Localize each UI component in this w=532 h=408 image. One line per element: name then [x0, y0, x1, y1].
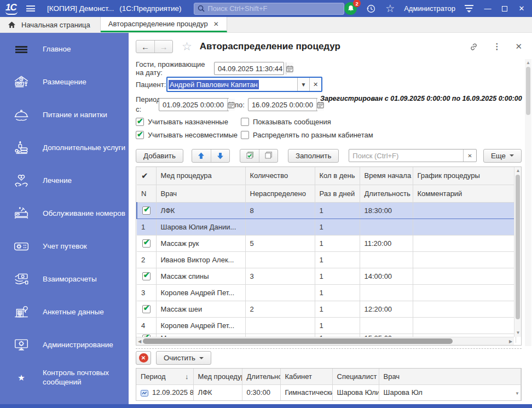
- checkbox-icon[interactable]: [136, 118, 144, 126]
- clear-button[interactable]: Очистить: [156, 351, 211, 365]
- table-search-input[interactable]: [349, 150, 463, 162]
- close-window-button[interactable]: ✕: [517, 4, 527, 13]
- cabinet-cell[interactable]: Гимнастически...: [280, 384, 332, 400]
- calendar-icon[interactable]: [286, 62, 293, 74]
- move-down-button[interactable]: [211, 150, 229, 162]
- undistributed-cell[interactable]: [245, 317, 315, 334]
- checkbox-option-1[interactable]: Показывать сообщения: [241, 118, 373, 126]
- global-search-input[interactable]: Поиск Ctrl+Shift+F: [194, 3, 345, 15]
- sidebar-item-administrirovanie[interactable]: Администрирование: [0, 329, 129, 361]
- col-header[interactable]: Специалист: [332, 369, 379, 384]
- doctor-row[interactable]: 3Королев Андрей Пет...1: [137, 284, 516, 301]
- schedule-row[interactable]: 12.09.2025 8:00:00ЛФК0:30:00Гимнастическ…: [136, 384, 521, 400]
- close-form-icon[interactable]: ✕: [515, 42, 522, 51]
- duration-cell[interactable]: [360, 284, 413, 301]
- vscroll-thumb[interactable]: [516, 175, 520, 319]
- form-vertical-scrollbar[interactable]: ▲: [525, 59, 531, 346]
- patient-value[interactable]: Андрей Павлович Капитан: [169, 80, 259, 89]
- procedure-row[interactable]: Массаж спины3114:00:00: [137, 268, 516, 284]
- add-button[interactable]: Добавить: [136, 149, 183, 163]
- period-to-value[interactable]: 16.09.2025 0:00:00: [248, 101, 316, 109]
- guests-date-value[interactable]: 04.09.2025 11:30:44: [215, 65, 286, 73]
- table-vertical-scrollbar[interactable]: ▲ ▼: [514, 167, 521, 337]
- row-number[interactable]: 2: [137, 251, 156, 268]
- back-arrow-button[interactable]: ←: [136, 41, 154, 53]
- comment-cell[interactable]: [413, 317, 516, 334]
- per-days-cell[interactable]: 1: [315, 219, 360, 235]
- duration-cell[interactable]: [360, 317, 413, 334]
- col-header-check-icon[interactable]: ✔: [137, 167, 156, 185]
- sidebar-item-dop-uslugi[interactable]: Дополнительные услуги: [0, 131, 129, 164]
- checkbox-icon[interactable]: [136, 131, 144, 139]
- sidebar-item-vzaimoraschety[interactable]: Взаиморасчеты: [0, 263, 129, 296]
- per-days-cell[interactable]: 1: [315, 317, 360, 334]
- start-time-cell[interactable]: 18:30:00: [360, 202, 413, 219]
- comment-cell[interactable]: [413, 219, 516, 235]
- hscroll-thumb[interactable]: [143, 338, 453, 344]
- comment-cell[interactable]: [413, 284, 516, 301]
- doctor-row[interactable]: 1Шарова Юлия Дании...1: [137, 219, 516, 235]
- col-header[interactable]: Врач: [379, 369, 521, 384]
- per-days-cell[interactable]: 1: [315, 284, 360, 301]
- schedule-cell[interactable]: [413, 202, 516, 219]
- checkbox-option-0[interactable]: Учитывать назначенные: [136, 118, 241, 126]
- col-header[interactable]: Время начала: [360, 167, 413, 185]
- per-day-cell[interactable]: 1: [315, 235, 360, 251]
- procedure-row[interactable]: Массаж рук5111:20:00: [137, 235, 516, 251]
- history-icon[interactable]: [366, 4, 376, 14]
- col-header[interactable]: График процедуры: [413, 167, 516, 185]
- get-link-icon[interactable]: [469, 42, 478, 51]
- period-from-value[interactable]: 01.09.2025 0:00:00: [159, 101, 227, 109]
- minimize-button[interactable]: —: [483, 4, 493, 13]
- current-user[interactable]: Администратор: [404, 4, 455, 13]
- doctor-cell[interactable]: Шарова Юл: [379, 384, 521, 400]
- checkbox-icon[interactable]: [241, 131, 249, 139]
- scroll-up-icon[interactable]: ▲: [514, 168, 522, 174]
- per-day-cell[interactable]: 1: [315, 301, 360, 317]
- sort-desc-icon[interactable]: ↓: [185, 372, 189, 381]
- sidebar-item-anketnye[interactable]: Анкетные данные: [0, 296, 129, 329]
- per-day-cell[interactable]: 1: [315, 202, 360, 219]
- checkbox-option-3[interactable]: Распределять по разным кабинетам: [241, 131, 373, 139]
- procedure-name[interactable]: Массаж шеи: [156, 301, 245, 317]
- delete-results-button[interactable]: ✕: [136, 351, 151, 365]
- scroll-down-icon[interactable]: ▼: [514, 330, 522, 336]
- quantity-cell[interactable]: 8: [245, 202, 315, 219]
- undistributed-cell[interactable]: [245, 219, 315, 235]
- undistributed-cell[interactable]: [245, 251, 315, 268]
- specialist-cell[interactable]: Шарова Юлия ...: [332, 384, 379, 400]
- period-to-field[interactable]: 16.09.2025 0:00:00: [248, 98, 318, 111]
- procedure-name[interactable]: Массаж спины: [156, 268, 245, 284]
- col-header[interactable]: Длительность: [360, 185, 413, 202]
- period-cell[interactable]: 12.09.2025 8:00:00: [136, 384, 193, 400]
- row-number[interactable]: 3: [137, 284, 156, 301]
- patient-field[interactable]: Андрей Павлович Капитан ▼ ✕: [166, 77, 322, 92]
- duration-cell[interactable]: 0:30:00: [242, 384, 280, 400]
- search-clear-icon[interactable]: ✕: [463, 150, 476, 162]
- undistributed-cell[interactable]: [245, 284, 315, 301]
- scroll-up-icon[interactable]: ▲: [525, 60, 531, 65]
- col-header[interactable]: Мед процедура: [156, 167, 245, 185]
- row-checkbox-icon[interactable]: [142, 305, 151, 313]
- row-checkbox-icon[interactable]: [142, 239, 151, 248]
- doctor-name[interactable]: Королев Андрей Пет...: [156, 284, 245, 301]
- duration-cell[interactable]: [360, 219, 413, 235]
- col-header[interactable]: Длительность: [242, 369, 280, 384]
- start-time-cell[interactable]: 11:20:00: [360, 235, 413, 251]
- scroll-down-icon[interactable]: ▼: [515, 391, 519, 396]
- quantity-cell[interactable]: 2: [245, 301, 315, 317]
- favorite-star-icon[interactable]: ☆: [182, 40, 192, 53]
- form-scroll-thumb[interactable]: [526, 67, 530, 115]
- quantity-cell[interactable]: 3: [245, 268, 315, 284]
- per-day-cell[interactable]: 1: [315, 268, 360, 284]
- sidebar-item-pitanie[interactable]: Питание и напитки: [0, 99, 129, 131]
- move-up-button[interactable]: [192, 150, 211, 162]
- main-menu-icon[interactable]: [26, 5, 35, 12]
- duration-cell[interactable]: [360, 251, 413, 268]
- doctor-name[interactable]: Королев Андрей Пет...: [156, 317, 245, 334]
- procedure-name[interactable]: Массаж рук: [156, 235, 245, 251]
- period-from-field[interactable]: 01.09.2025 0:00:00: [159, 98, 229, 111]
- sidebar-item-razmeshchenie[interactable]: Размещение: [0, 66, 129, 99]
- schedule-cell[interactable]: [413, 301, 516, 317]
- col-header[interactable]: Комментарий: [413, 185, 516, 202]
